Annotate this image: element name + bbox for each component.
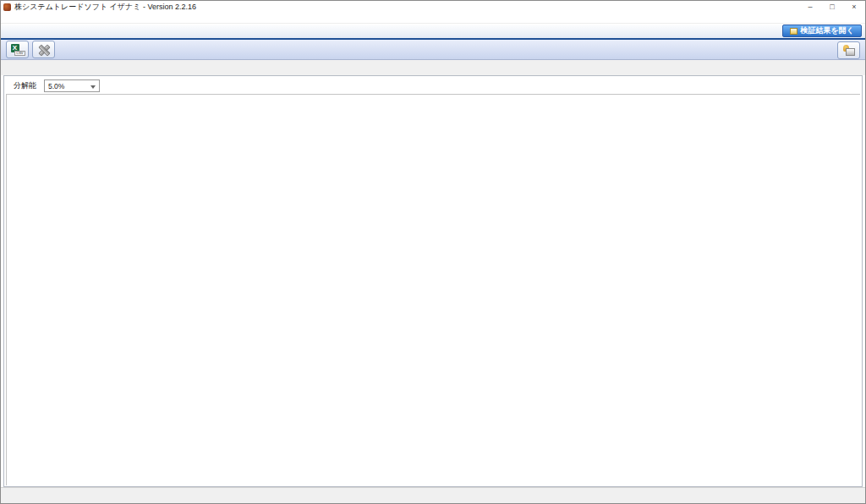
- tools-button[interactable]: [32, 41, 55, 58]
- nav-tab-bar: 検証結果を開く: [1, 24, 865, 38]
- resolution-value: 5.0%: [48, 82, 64, 90]
- window-controls: – □ ×: [799, 1, 865, 13]
- toolbar: X CSV: [1, 40, 865, 60]
- minimize-button[interactable]: –: [799, 1, 821, 13]
- window-title: 株システムトレードソフト イザナミ - Version 2.2.16: [14, 2, 196, 13]
- close-button[interactable]: ×: [843, 1, 865, 13]
- csv-label: CSV: [14, 51, 25, 56]
- app-icon: [3, 3, 11, 11]
- menu-bar: [1, 13, 865, 24]
- support-icon: [842, 45, 855, 56]
- app-window: 株システムトレードソフト イザナミ - Version 2.2.16 – □ ×…: [0, 0, 866, 504]
- resolution-select[interactable]: 5.0%: [44, 79, 100, 92]
- resolution-row: 分解能 5.0%: [14, 79, 100, 92]
- excel-csv-icon: X CSV: [11, 44, 25, 56]
- distribution-table: [6, 94, 860, 485]
- maximize-button[interactable]: □: [821, 1, 843, 13]
- chevron-down-icon: [90, 85, 96, 89]
- open-results-button[interactable]: 検証結果を開く: [782, 25, 862, 37]
- support-button[interactable]: [837, 41, 860, 59]
- open-results-icon: [790, 28, 797, 35]
- title-bar: 株システムトレードソフト イザナミ - Version 2.2.16 – □ ×: [1, 1, 865, 13]
- resolution-label: 分解能: [14, 80, 36, 91]
- report-tab-bar: [1, 60, 865, 75]
- csv-export-button[interactable]: X CSV: [6, 41, 29, 58]
- open-results-label: 検証結果を開く: [801, 25, 854, 36]
- wrench-icon: [37, 44, 50, 56]
- content-panel: 分解能 5.0%: [3, 75, 863, 487]
- status-bar: [1, 487, 865, 503]
